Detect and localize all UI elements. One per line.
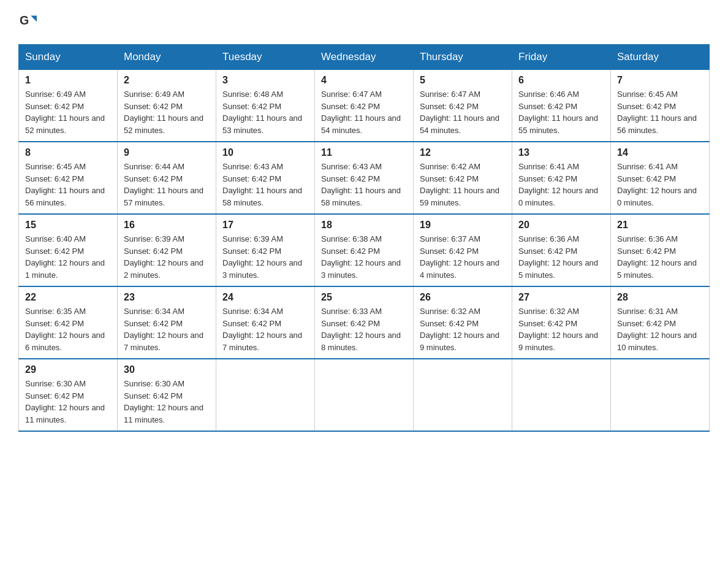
day-cell: 7Sunrise: 6:45 AMSunset: 6:42 PMDaylight… bbox=[611, 70, 710, 142]
day-cell: 2Sunrise: 6:49 AMSunset: 6:42 PMDaylight… bbox=[118, 70, 216, 142]
day-number: 20 bbox=[518, 220, 604, 231]
day-cell: 22Sunrise: 6:35 AMSunset: 6:42 PMDayligh… bbox=[19, 286, 118, 359]
day-info: Sunrise: 6:49 AMSunset: 6:42 PMDaylight:… bbox=[124, 88, 210, 136]
day-info: Sunrise: 6:41 AMSunset: 6:42 PMDaylight:… bbox=[518, 161, 604, 209]
day-info: Sunrise: 6:31 AMSunset: 6:42 PMDaylight:… bbox=[617, 305, 703, 353]
day-cell bbox=[611, 359, 710, 431]
weekday-header-saturday: Saturday bbox=[611, 45, 710, 70]
day-cell: 27Sunrise: 6:32 AMSunset: 6:42 PMDayligh… bbox=[512, 286, 611, 359]
day-number: 4 bbox=[321, 75, 407, 86]
day-info: Sunrise: 6:40 AMSunset: 6:42 PMDaylight:… bbox=[25, 233, 111, 281]
weekday-header-sunday: Sunday bbox=[19, 45, 118, 70]
day-info: Sunrise: 6:44 AMSunset: 6:42 PMDaylight:… bbox=[124, 161, 210, 209]
day-number: 22 bbox=[25, 292, 111, 303]
day-info: Sunrise: 6:34 AMSunset: 6:42 PMDaylight:… bbox=[222, 305, 308, 353]
day-number: 8 bbox=[25, 147, 111, 158]
svg-text:G: G bbox=[20, 13, 29, 27]
day-info: Sunrise: 6:37 AMSunset: 6:42 PMDaylight:… bbox=[420, 233, 506, 281]
day-number: 29 bbox=[25, 364, 111, 375]
week-row-2: 8Sunrise: 6:45 AMSunset: 6:42 PMDaylight… bbox=[19, 142, 710, 214]
day-info: Sunrise: 6:33 AMSunset: 6:42 PMDaylight:… bbox=[321, 305, 407, 353]
day-cell: 4Sunrise: 6:47 AMSunset: 6:42 PMDaylight… bbox=[315, 70, 414, 142]
week-row-3: 15Sunrise: 6:40 AMSunset: 6:42 PMDayligh… bbox=[19, 214, 710, 286]
day-cell: 12Sunrise: 6:42 AMSunset: 6:42 PMDayligh… bbox=[414, 142, 512, 214]
week-row-5: 29Sunrise: 6:30 AMSunset: 6:42 PMDayligh… bbox=[19, 359, 710, 431]
day-cell bbox=[315, 359, 414, 431]
day-number: 18 bbox=[321, 220, 407, 231]
day-cell: 1Sunrise: 6:49 AMSunset: 6:42 PMDaylight… bbox=[19, 70, 118, 142]
day-info: Sunrise: 6:36 AMSunset: 6:42 PMDaylight:… bbox=[617, 233, 703, 281]
day-number: 17 bbox=[222, 220, 308, 231]
day-info: Sunrise: 6:39 AMSunset: 6:42 PMDaylight:… bbox=[124, 233, 210, 281]
day-cell bbox=[512, 359, 611, 431]
day-cell: 20Sunrise: 6:36 AMSunset: 6:42 PMDayligh… bbox=[512, 214, 611, 286]
day-number: 24 bbox=[222, 292, 308, 303]
day-cell: 17Sunrise: 6:39 AMSunset: 6:42 PMDayligh… bbox=[216, 214, 315, 286]
day-info: Sunrise: 6:36 AMSunset: 6:42 PMDaylight:… bbox=[518, 233, 604, 281]
day-number: 10 bbox=[222, 147, 308, 158]
day-info: Sunrise: 6:49 AMSunset: 6:42 PMDaylight:… bbox=[25, 88, 111, 136]
day-number: 27 bbox=[518, 292, 604, 303]
day-info: Sunrise: 6:45 AMSunset: 6:42 PMDaylight:… bbox=[25, 161, 111, 209]
weekday-header-monday: Monday bbox=[118, 45, 216, 70]
day-cell: 18Sunrise: 6:38 AMSunset: 6:42 PMDayligh… bbox=[315, 214, 414, 286]
day-number: 6 bbox=[518, 75, 604, 86]
calendar-table: SundayMondayTuesdayWednesdayThursdayFrid… bbox=[18, 44, 710, 432]
day-number: 7 bbox=[617, 75, 703, 86]
day-number: 15 bbox=[25, 220, 111, 231]
day-number: 5 bbox=[420, 75, 506, 86]
svg-marker-1 bbox=[31, 16, 37, 22]
day-number: 3 bbox=[222, 75, 308, 86]
day-number: 25 bbox=[321, 292, 407, 303]
day-cell: 9Sunrise: 6:44 AMSunset: 6:42 PMDaylight… bbox=[118, 142, 216, 214]
day-cell: 24Sunrise: 6:34 AMSunset: 6:42 PMDayligh… bbox=[216, 286, 315, 359]
day-info: Sunrise: 6:43 AMSunset: 6:42 PMDaylight:… bbox=[321, 161, 407, 209]
day-cell: 23Sunrise: 6:34 AMSunset: 6:42 PMDayligh… bbox=[118, 286, 216, 359]
logo-icon: G bbox=[20, 12, 37, 29]
day-cell: 29Sunrise: 6:30 AMSunset: 6:42 PMDayligh… bbox=[19, 359, 118, 431]
day-number: 11 bbox=[321, 147, 407, 158]
weekday-header-row: SundayMondayTuesdayWednesdayThursdayFrid… bbox=[19, 45, 710, 70]
day-number: 9 bbox=[124, 147, 210, 158]
day-number: 12 bbox=[420, 147, 506, 158]
weekday-header-thursday: Thursday bbox=[414, 45, 512, 70]
weekday-header-wednesday: Wednesday bbox=[315, 45, 414, 70]
day-cell: 25Sunrise: 6:33 AMSunset: 6:42 PMDayligh… bbox=[315, 286, 414, 359]
day-number: 16 bbox=[124, 220, 210, 231]
day-cell: 5Sunrise: 6:47 AMSunset: 6:42 PMDaylight… bbox=[414, 70, 512, 142]
week-row-1: 1Sunrise: 6:49 AMSunset: 6:42 PMDaylight… bbox=[19, 70, 710, 142]
day-info: Sunrise: 6:47 AMSunset: 6:42 PMDaylight:… bbox=[321, 88, 407, 136]
day-number: 2 bbox=[124, 75, 210, 86]
week-row-4: 22Sunrise: 6:35 AMSunset: 6:42 PMDayligh… bbox=[19, 286, 710, 359]
day-info: Sunrise: 6:48 AMSunset: 6:42 PMDaylight:… bbox=[222, 88, 308, 136]
day-number: 23 bbox=[124, 292, 210, 303]
logo: G bbox=[18, 12, 39, 32]
weekday-header-friday: Friday bbox=[512, 45, 611, 70]
day-info: Sunrise: 6:42 AMSunset: 6:42 PMDaylight:… bbox=[420, 161, 506, 209]
day-info: Sunrise: 6:30 AMSunset: 6:42 PMDaylight:… bbox=[25, 378, 111, 426]
day-cell: 14Sunrise: 6:41 AMSunset: 6:42 PMDayligh… bbox=[611, 142, 710, 214]
day-info: Sunrise: 6:47 AMSunset: 6:42 PMDaylight:… bbox=[420, 88, 506, 136]
day-cell: 15Sunrise: 6:40 AMSunset: 6:42 PMDayligh… bbox=[19, 214, 118, 286]
day-number: 13 bbox=[518, 147, 604, 158]
day-cell: 10Sunrise: 6:43 AMSunset: 6:42 PMDayligh… bbox=[216, 142, 315, 214]
page-header: G bbox=[18, 12, 710, 32]
day-cell: 6Sunrise: 6:46 AMSunset: 6:42 PMDaylight… bbox=[512, 70, 611, 142]
day-cell: 19Sunrise: 6:37 AMSunset: 6:42 PMDayligh… bbox=[414, 214, 512, 286]
day-number: 14 bbox=[617, 147, 703, 158]
day-cell: 28Sunrise: 6:31 AMSunset: 6:42 PMDayligh… bbox=[611, 286, 710, 359]
day-info: Sunrise: 6:35 AMSunset: 6:42 PMDaylight:… bbox=[25, 305, 111, 353]
day-info: Sunrise: 6:38 AMSunset: 6:42 PMDaylight:… bbox=[321, 233, 407, 281]
day-cell: 8Sunrise: 6:45 AMSunset: 6:42 PMDaylight… bbox=[19, 142, 118, 214]
day-number: 26 bbox=[420, 292, 506, 303]
day-cell: 30Sunrise: 6:30 AMSunset: 6:42 PMDayligh… bbox=[118, 359, 216, 431]
day-number: 1 bbox=[25, 75, 111, 86]
day-info: Sunrise: 6:30 AMSunset: 6:42 PMDaylight:… bbox=[124, 378, 210, 426]
day-cell bbox=[414, 359, 512, 431]
day-info: Sunrise: 6:32 AMSunset: 6:42 PMDaylight:… bbox=[518, 305, 604, 353]
day-info: Sunrise: 6:43 AMSunset: 6:42 PMDaylight:… bbox=[222, 161, 308, 209]
day-cell: 16Sunrise: 6:39 AMSunset: 6:42 PMDayligh… bbox=[118, 214, 216, 286]
day-number: 19 bbox=[420, 220, 506, 231]
day-cell: 13Sunrise: 6:41 AMSunset: 6:42 PMDayligh… bbox=[512, 142, 611, 214]
day-info: Sunrise: 6:46 AMSunset: 6:42 PMDaylight:… bbox=[518, 88, 604, 136]
